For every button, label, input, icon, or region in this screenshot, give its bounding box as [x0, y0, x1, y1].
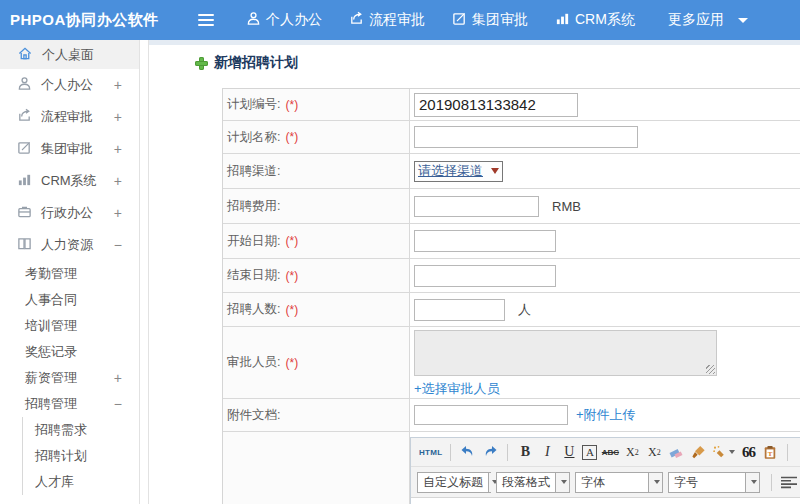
editor-content-area[interactable]: [411, 498, 800, 504]
sidebar-item-hr[interactable]: 人力资源 −: [0, 229, 139, 261]
sidebar-item-admin-office[interactable]: 行政办公 +: [0, 197, 139, 229]
chevron-down-icon: [561, 480, 567, 484]
strikethrough-button[interactable]: ABC: [601, 442, 619, 462]
sidebar-item-recruit-plan[interactable]: 招聘计划: [23, 443, 139, 469]
sidebar-item-personal-office[interactable]: 个人办公 +: [0, 69, 139, 101]
sidebar-item-crm[interactable]: CRM系统 +: [0, 165, 139, 197]
book-icon: [17, 236, 41, 254]
align-left-icon[interactable]: [780, 472, 798, 492]
expand-icon[interactable]: +: [114, 77, 122, 93]
sidebar-item-talent-pool[interactable]: 人才库: [23, 469, 139, 495]
rich-text-editor: HTML B I U A ABC X2 X2: [410, 437, 800, 504]
start-date-input[interactable]: [414, 230, 556, 252]
paste-icon[interactable]: T: [761, 442, 779, 462]
font-family-dropdown[interactable]: 字体: [575, 472, 663, 493]
font-size-dropdown[interactable]: 字号: [668, 472, 760, 493]
edit-icon: [452, 11, 472, 29]
form-row-plan-name: 计划名称:(*): [223, 121, 800, 154]
end-date-input[interactable]: [414, 265, 556, 287]
chevron-down-icon: [738, 18, 748, 23]
top-navigation: 个人办公 流程审批 集团审批 CRM系统 更多应用: [246, 11, 748, 29]
collapse-icon[interactable]: −: [114, 237, 122, 253]
topnav-more-apps[interactable]: 更多应用: [668, 11, 748, 29]
choose-approvers-link[interactable]: +选择审批人员: [414, 380, 500, 398]
form-row-start-date: 开始日期:(*): [223, 224, 800, 259]
subscript-button[interactable]: X2: [645, 442, 663, 462]
form-row-channel: 招聘渠道: 请选择渠道: [223, 154, 800, 189]
bold-button[interactable]: B: [516, 442, 534, 462]
italic-button[interactable]: I: [538, 442, 556, 462]
resize-handle[interactable]: [706, 365, 715, 374]
topnav-process-approval[interactable]: 流程审批: [349, 11, 425, 29]
headcount-unit-label: 人: [518, 301, 531, 319]
required-mark: (*): [285, 98, 298, 112]
expand-icon[interactable]: +: [114, 141, 122, 157]
topnav-group-approval[interactable]: 集团审批: [452, 11, 528, 29]
expand-icon[interactable]: +: [114, 205, 122, 221]
sidebar-item-attendance[interactable]: 考勤管理: [0, 261, 139, 287]
fee-input[interactable]: [414, 196, 539, 217]
sidebar-item-rewards[interactable]: 奖惩记录: [0, 339, 139, 365]
add-icon: [195, 57, 208, 70]
format-brush-icon[interactable]: [689, 442, 707, 462]
home-icon: [17, 46, 42, 64]
attachment-input[interactable]: [414, 405, 568, 425]
plan-name-input[interactable]: [414, 126, 638, 148]
user-icon: [17, 76, 41, 94]
undo-icon[interactable]: [459, 442, 477, 462]
editor-toolbar-row2: 自定义标题 段落格式 字体 字号: [411, 467, 800, 498]
content-top-strip: [149, 40, 800, 45]
process-icon: [349, 11, 369, 29]
topbar: PHPOA协同办公软件 个人办公 流程审批 集团审批 CRM系统 更多应用: [0, 0, 800, 40]
sidebar-item-recruit-demand[interactable]: 招聘需求: [23, 417, 139, 443]
html-source-button[interactable]: HTML: [419, 442, 442, 462]
form-row-fee: 招聘费用: RMB: [223, 189, 800, 224]
select-arrow-icon: [491, 168, 499, 174]
paragraph-format-dropdown[interactable]: 段落格式: [496, 472, 570, 493]
sidebar-item-group-approval[interactable]: 集团审批 +: [0, 133, 139, 165]
underline-button[interactable]: U: [560, 442, 578, 462]
redo-icon[interactable]: [481, 442, 499, 462]
custom-title-dropdown[interactable]: 自定义标题: [417, 472, 491, 493]
sidebar-item-salary[interactable]: 薪资管理 +: [0, 365, 139, 391]
sidebar-hr-submenu: 考勤管理 人事合同 培训管理 奖惩记录 薪资管理 + 招聘管理 − 招聘需求 招…: [0, 261, 139, 495]
form-row-approvers: 审批人员:(*) +选择审批人员: [223, 327, 800, 399]
required-mark: (*): [285, 356, 298, 370]
sidebar-item-recruitment[interactable]: 招聘管理 −: [0, 391, 139, 417]
svg-text:T: T: [768, 450, 773, 458]
chevron-down-icon: [751, 480, 757, 484]
edit-icon: [17, 140, 41, 158]
expand-icon[interactable]: +: [114, 109, 122, 125]
expand-icon[interactable]: +: [114, 173, 122, 189]
sidebar-item-desktop[interactable]: 个人桌面: [0, 40, 139, 69]
briefcase-icon: [17, 204, 41, 222]
channel-select[interactable]: 请选择渠道: [414, 161, 503, 182]
sidebar-item-process-approval[interactable]: 流程审批 +: [0, 101, 139, 133]
headcount-input[interactable]: [414, 299, 505, 321]
menu-toggle-icon[interactable]: [198, 14, 214, 26]
sidebar-item-hr-contracts[interactable]: 人事合同: [0, 287, 139, 313]
app-logo: PHPOA协同办公软件: [0, 11, 190, 30]
fee-unit-label: RMB: [552, 199, 581, 214]
attachment-upload-link[interactable]: +附件上传: [576, 406, 636, 424]
blockquote-button[interactable]: 66: [739, 442, 757, 462]
font-color-button[interactable]: A: [796, 442, 800, 462]
topnav-personal-office[interactable]: 个人办公: [246, 11, 322, 29]
sidebar-item-training[interactable]: 培训管理: [0, 313, 139, 339]
recruit-plan-form: 计划编号:(*) 计划名称:(*) 招聘渠道: 请选择渠道 招聘费用:: [222, 88, 800, 504]
approvers-textarea[interactable]: [414, 330, 717, 376]
chart-icon: [17, 172, 41, 190]
page-title: 新增招聘计划: [195, 54, 298, 72]
plan-no-input[interactable]: [414, 93, 578, 117]
auto-typeset-icon[interactable]: [711, 442, 735, 462]
editor-toolbar-row1: HTML B I U A ABC X2 X2: [411, 438, 800, 467]
form-row-end-date: 结束日期:(*): [223, 259, 800, 293]
sidebar: 个人桌面 个人办公 + 流程审批 + 集团审批 + CRM系统 + 行政办公 +: [0, 40, 140, 504]
topnav-crm[interactable]: CRM系统: [555, 11, 635, 29]
user-icon: [246, 11, 266, 29]
eraser-icon[interactable]: [667, 442, 685, 462]
expand-icon[interactable]: +: [114, 370, 122, 386]
collapse-icon[interactable]: −: [114, 396, 122, 412]
superscript-button[interactable]: X2: [623, 442, 641, 462]
font-style-button[interactable]: A: [582, 445, 597, 460]
